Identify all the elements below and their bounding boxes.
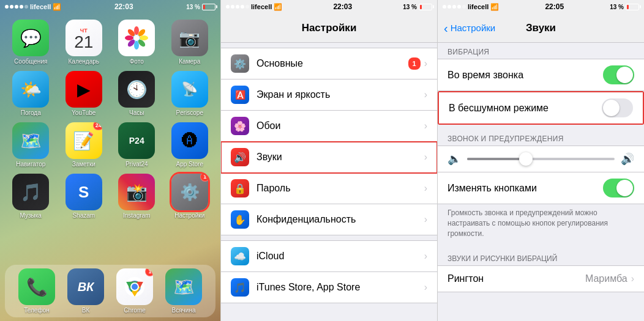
settings-row-itunes[interactable]: 🎵 iTunes Store, App Store › [221,272,437,303]
wifi-3: 📶 [490,3,499,11]
icloud-label: iCloud [256,251,424,262]
wifi-icon: 📶 [53,3,61,11]
app-periscope[interactable]: 📡 Periscope [167,71,214,116]
app-maps[interactable]: 🗺️ Навигатор [7,122,54,168]
sounds-nav-bar: ‹ Настройки Звуки [438,13,644,43]
app-privat[interactable]: P24 Privat24 [113,122,160,168]
app-messages[interactable]: 💬 Сообщения [7,20,54,65]
instagram-icon[interactable]: 📸 [118,174,155,210]
volume-low-icon: 🔈 [447,152,461,166]
status-right: 13 % [186,4,215,10]
display-chevron: › [424,89,427,100]
privacy-label: Конфиденциальность [256,214,424,225]
app-grid: 💬 Сообщения чт 21 Календарь [0,13,220,225]
slider-fill [467,158,526,160]
signal-icon-3 [443,5,466,9]
app-music[interactable]: 🎵 Музыка [7,174,54,219]
home-screen: lifecell 📶 22:03 13 % 💬 Сообщения чт 21 … [0,0,220,321]
status-left: lifecell 📶 [5,3,61,11]
wifi-2: 📶 [274,3,282,11]
app-settings[interactable]: ⚙️ 1 Настройки [167,174,214,219]
settings-row-passcode[interactable]: 🔒 Пароль › [221,173,437,204]
sounds-content: ВИБРАЦИЯ Во время звонка В бесшумном реж… [438,43,644,321]
privat-label: Privat24 [125,161,148,168]
silent-mode-highlight: В бесшумном режиме [438,91,644,125]
vk-icon[interactable]: ВК [67,268,104,305]
change-buttons-label: Изменять кнопками [447,183,603,194]
settings-panel: lifecell 📶 22:03 13 % Настройки ⚙️ Основ… [220,0,438,321]
app-notes[interactable]: 📝 24 Заметки [61,122,108,168]
settings-icon[interactable]: ⚙️ 1 [171,174,208,210]
settings-row-general[interactable]: ⚙️ Основные 1 › [221,48,437,79]
camera-label: Камера [179,58,200,65]
app-appstore[interactable]: 🅐 App Store [167,122,214,168]
periscope-label: Periscope [176,109,203,116]
app-calendar[interactable]: чт 21 Календарь [61,20,108,65]
settings-row-privacy[interactable]: ✋ Конфиденциальность › [221,204,437,235]
music-icon[interactable]: 🎵 [12,174,49,210]
volume-high-icon: 🔊 [621,152,634,166]
battery-3 [626,4,639,10]
calendar-day: 21 [74,34,93,51]
privat-icon[interactable]: P24 [118,122,155,159]
icloud-chevron: › [424,251,427,262]
chrome-icon[interactable]: 1 [116,268,153,305]
icloud-icon: ☁️ [231,247,249,265]
during-call-toggle[interactable] [603,65,634,84]
silent-mode-toggle[interactable] [602,98,633,117]
change-buttons-toggle[interactable] [603,179,634,197]
back-button[interactable]: ‹ Настройки [444,22,495,34]
dock-vk[interactable]: ВК ВК [67,268,104,314]
battery-fill-3 [627,5,629,9]
notes-label: Заметки [72,161,95,168]
weather-icon[interactable]: 🌤️ [12,71,49,108]
settings-row-icloud[interactable]: ☁️ iCloud › [221,241,437,272]
messages-icon[interactable]: 💬 [12,20,49,56]
calendar-icon[interactable]: чт 21 [66,20,102,56]
photos-icon[interactable] [118,20,155,56]
ringer-section: ЗВОНОК И ПРЕДУПРЕЖДЕНИЯ 🔈 🔊 Изменять кно… [438,125,644,245]
settings-row-sounds[interactable]: 🔊 Звуки › [221,142,437,173]
carrier-3: lifecell [468,3,489,10]
status-bar-sounds: lifecell 📶 22:05 13 % [438,0,644,13]
maps-label: Навигатор [16,161,45,168]
wallpaper-label: Обои [256,120,424,131]
itunes-icon: 🎵 [231,278,249,297]
clock-icon[interactable]: 🕙 [118,71,155,108]
signal-icon-2 [226,5,249,9]
ringer-group: 🔈 🔊 Изменять кнопками [438,146,644,204]
settings-list: ⚙️ Основные 1 › 🅰️ Экран и яркость › 🌸 О… [221,43,437,321]
wallpaper-icon: 🌸 [231,117,249,135]
periscope-icon[interactable]: 📡 [171,71,208,108]
camera-icon[interactable]: 📷 [171,20,208,56]
settings-row-display[interactable]: 🅰️ Экран и яркость › [221,79,437,111]
youtube-label: YouTube [72,109,95,116]
app-youtube[interactable]: ▶ YouTube [61,71,108,116]
settings-row-wallpaper[interactable]: 🌸 Обои › [221,111,437,142]
app-photos[interactable]: Фото [113,20,160,65]
passcode-chevron: › [424,183,427,194]
app-instagram[interactable]: 📸 Instagram [113,174,160,219]
phone-icon[interactable]: 📞 [18,268,55,305]
volume-slider[interactable] [467,158,615,160]
app-camera[interactable]: 📷 Камера [167,20,214,65]
app-clock[interactable]: 🕙 Часы [113,71,160,116]
youtube-icon[interactable]: ▶ [66,71,102,108]
change-buttons-row: Изменять кнопками [438,172,644,204]
status-left-2: lifecell 📶 [226,3,282,11]
dock-chrome[interactable]: 1 Chrome [116,268,153,314]
maps2-label: Всячина [172,307,196,314]
maps2-icon[interactable]: 🗺️ [165,268,202,305]
photos-label: Фото [130,58,144,65]
notes-icon[interactable]: 📝 24 [66,122,102,159]
maps-icon[interactable]: 🗺️ [12,122,49,159]
phone-label: Телефон [24,307,49,314]
app-weather[interactable]: 🌤️ Погода [7,71,54,116]
dock-phone[interactable]: 📞 Телефон [18,268,55,314]
app-shazam[interactable]: S Shazam [61,174,108,219]
dock-maps[interactable]: 🗺️ Всячина [165,268,202,314]
appstore-icon[interactable]: 🅐 [171,122,208,159]
ringtone-row[interactable]: Рингтон Маримба › [438,265,644,292]
display-label: Экран и яркость [256,89,424,100]
shazam-icon[interactable]: S [66,174,102,210]
